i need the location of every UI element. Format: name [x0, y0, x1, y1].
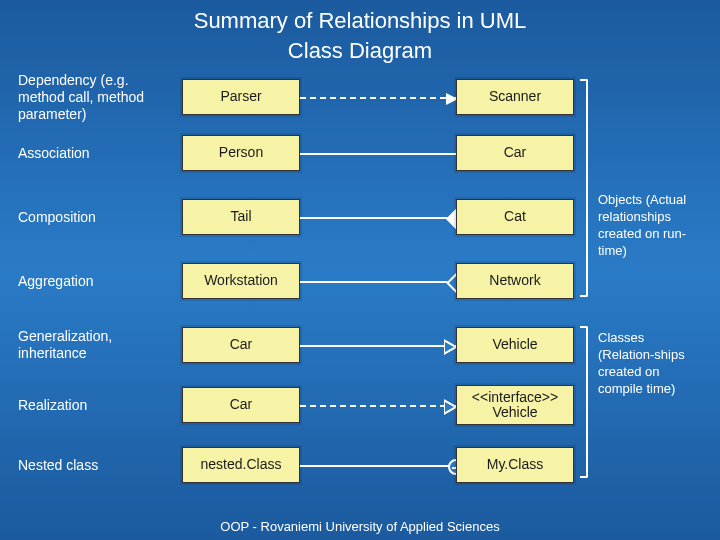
box-car-real: Car — [182, 387, 300, 423]
connector-generalization — [300, 345, 456, 347]
connector-dependency — [300, 97, 456, 99]
connector-association — [300, 153, 456, 155]
bracket-classes-icon — [580, 326, 588, 478]
connector-aggregation — [300, 281, 456, 283]
box-car-assoc: Car — [456, 135, 574, 171]
label-dependency: Dependency (e.g. method call, method par… — [18, 72, 178, 122]
label-generalization: Generalization, inheritance — [18, 328, 178, 362]
connector-nested — [300, 465, 456, 467]
row-aggregation: Aggregation Workstation Network — [0, 256, 720, 306]
note-classes: Classes (Relation-ships created on compi… — [598, 330, 698, 398]
footer-text: OOP - Rovaniemi University of Applied Sc… — [0, 519, 720, 534]
bracket-objects-icon — [580, 79, 588, 297]
row-dependency: Dependency (e.g. method call, method par… — [0, 72, 720, 122]
box-scanner: Scanner — [456, 79, 574, 115]
label-nested: Nested class — [18, 457, 178, 474]
box-tail: Tail — [182, 199, 300, 235]
slide-title: Summary of Relationships in UML — [0, 0, 720, 34]
note-objects: Objects (Actual relationships created on… — [598, 192, 698, 260]
box-vehicle: Vehicle — [456, 327, 574, 363]
diagram-area: Dependency (e.g. method call, method par… — [0, 72, 720, 492]
label-aggregation: Aggregation — [18, 273, 178, 290]
box-parser: Parser — [182, 79, 300, 115]
slide-subtitle: Class Diagram — [0, 34, 720, 72]
label-composition: Composition — [18, 209, 178, 226]
label-realization: Realization — [18, 397, 178, 414]
box-my-class: My.Class — [456, 447, 574, 483]
connector-composition — [300, 217, 456, 219]
box-cat: Cat — [456, 199, 574, 235]
box-nested-class: nested.Class — [182, 447, 300, 483]
row-association: Association Person Car — [0, 128, 720, 178]
label-association: Association — [18, 145, 178, 162]
box-interface-vehicle: <<interface>> Vehicle — [456, 385, 574, 425]
box-person: Person — [182, 135, 300, 171]
box-workstation: Workstation — [182, 263, 300, 299]
connector-realization — [300, 405, 456, 407]
box-network: Network — [456, 263, 574, 299]
row-nested: Nested class nested.Class My.Class — [0, 440, 720, 490]
box-car-gen: Car — [182, 327, 300, 363]
